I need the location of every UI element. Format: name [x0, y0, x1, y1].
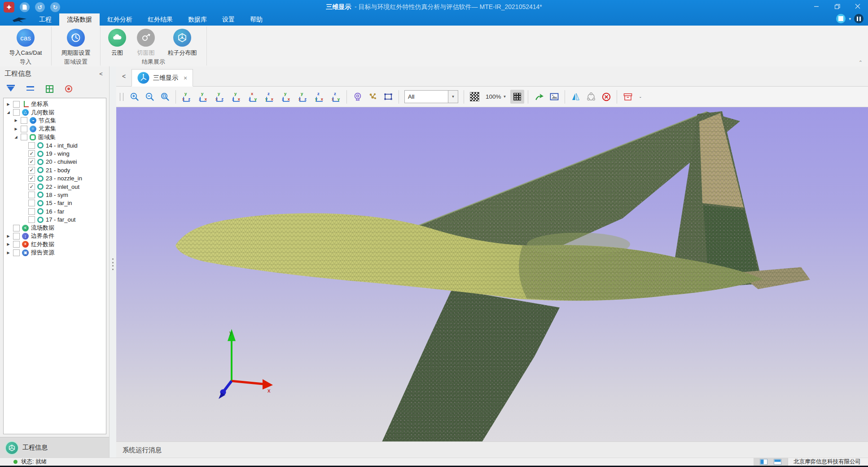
tree-expand-arrow[interactable]: ▶	[6, 242, 11, 246]
tree-expand-arrow[interactable]: ▶	[6, 234, 11, 238]
tree-checkbox[interactable]	[21, 126, 27, 132]
tree-item[interactable]: ◢ 面域集	[4, 133, 106, 141]
clear-view-button[interactable]	[599, 90, 613, 104]
tree-checkbox[interactable]	[13, 109, 20, 116]
tab-close-button[interactable]: ×	[184, 74, 187, 82]
snapshot-button[interactable]	[547, 90, 561, 104]
tree-item[interactable]: 14 - int_fluid	[4, 141, 106, 149]
tree-expand-arrow[interactable]: ▶	[13, 127, 18, 131]
layout-left-panel-button[interactable]	[760, 459, 767, 465]
cloud-map-button[interactable]: 云图	[103, 26, 131, 58]
tree-item[interactable]: ▶ 节点集	[4, 117, 106, 125]
import-cas-dat-button[interactable]: cas 导入Cas/Dat	[3, 26, 48, 58]
view-orientation-button[interactable]: yxz	[296, 90, 310, 104]
locate-button[interactable]	[64, 84, 74, 94]
tree-item[interactable]: ▶ 坐标系	[4, 100, 106, 108]
smooth-shade-button[interactable]	[584, 90, 598, 104]
view-orientation-button[interactable]: zyx	[312, 90, 326, 104]
tree-item[interactable]: ▶ 红外数据	[4, 240, 106, 249]
panel-collapse-button[interactable]: <	[96, 70, 105, 77]
view-orientation-button[interactable]: zyx	[263, 90, 276, 104]
tree-item[interactable]: 22 - inlet_out	[4, 183, 106, 191]
view-orientation-button[interactable]: yxz	[180, 90, 193, 104]
tree-item[interactable]: 21 - body	[4, 166, 106, 174]
tree-item[interactable]: 15 - far_in	[4, 199, 106, 207]
toolbar-drag-handle[interactable]	[120, 93, 123, 101]
grid-view-button[interactable]	[44, 84, 54, 94]
restore-button[interactable]	[827, 0, 847, 13]
tree-expand-arrow[interactable]: ▶	[6, 251, 11, 255]
tree-checkbox[interactable]	[28, 208, 35, 215]
tree-checkbox[interactable]	[21, 117, 27, 124]
outline-list-button[interactable]	[25, 84, 35, 94]
tree-item[interactable]: 23 - nozzle_in	[4, 175, 106, 183]
menu-item-liuchangshuju[interactable]: 流场数据	[59, 13, 100, 26]
ribbon-collapse-button[interactable]: ⌃	[859, 60, 863, 65]
menu-item-gongcheng[interactable]: 工程	[31, 13, 59, 26]
view-orientation-button[interactable]: yxz	[213, 90, 227, 104]
background-checker-button[interactable]	[468, 90, 482, 104]
dropdown-caret-icon[interactable]: ▾	[849, 17, 851, 21]
particle-trace-button[interactable]	[366, 90, 380, 104]
tab-scroll-left-button[interactable]: <	[116, 66, 132, 86]
periodic-face-button[interactable]: 周期面设置	[54, 26, 97, 58]
tab-3d-display[interactable]: 三维显示 ×	[132, 69, 193, 87]
zoom-in-button[interactable]	[127, 90, 141, 104]
view-orientation-button[interactable]: zxy	[329, 90, 343, 104]
tree-item[interactable]: 20 - chuiwei	[4, 158, 106, 166]
tree-checkbox[interactable]	[28, 142, 35, 149]
tree-item[interactable]: 19 - wing	[4, 149, 106, 157]
tree-checkbox[interactable]	[28, 183, 35, 190]
style-switch-button[interactable]	[836, 14, 846, 23]
menu-item-hongwaijieguo[interactable]: 红外结果	[140, 13, 180, 26]
tree-expand-arrow[interactable]: ◢	[13, 135, 18, 139]
projection-camera-button[interactable]	[351, 90, 364, 104]
view-orientation-button[interactable]: xzy	[246, 90, 260, 104]
tree-checkbox[interactable]	[13, 225, 20, 231]
tree-checkbox[interactable]	[13, 249, 20, 256]
tree-checkbox[interactable]	[13, 101, 20, 108]
viewport-3d-canvas[interactable]: y x	[116, 107, 868, 442]
tree-expand-arrow[interactable]: ▶	[6, 102, 11, 106]
view-orientation-button[interactable]: yzx	[229, 90, 243, 104]
tree-expand-arrow[interactable]: ▶	[13, 118, 18, 122]
tree-item[interactable]: 18 - sym	[4, 191, 106, 199]
tree-checkbox[interactable]	[13, 233, 20, 240]
tree-checkbox[interactable]	[28, 200, 35, 206]
tree-checkbox[interactable]	[28, 216, 35, 223]
menu-item-shezhi[interactable]: 设置	[215, 13, 242, 26]
view-orientation-button[interactable]: yzx	[196, 90, 210, 104]
tree-item[interactable]: 流场数据	[4, 224, 106, 232]
zoom-level-dropdown[interactable]: 100% ▼	[483, 93, 509, 100]
tree-checkbox[interactable]	[28, 167, 35, 174]
combobox-dropdown-button[interactable]: ▼	[448, 91, 458, 103]
tree-checkbox[interactable]	[21, 134, 27, 140]
tree-item[interactable]: ◢ 几何数据	[4, 108, 106, 116]
share-forward-button[interactable]	[532, 90, 546, 104]
box-select-button[interactable]	[381, 90, 395, 104]
tree-checkbox[interactable]	[13, 241, 20, 248]
particle-map-button[interactable]: 粒子分布图	[161, 26, 204, 58]
view-orientation-button[interactable]: yzx	[279, 90, 293, 104]
menu-item-hongwaifenxi[interactable]: 红外分析	[100, 13, 140, 26]
close-button[interactable]	[847, 0, 868, 13]
theme-button[interactable]	[854, 14, 864, 23]
layout-top-panel-button[interactable]	[774, 459, 781, 465]
tree-checkbox[interactable]	[28, 175, 35, 182]
tree-checkbox[interactable]	[28, 192, 35, 198]
zoom-fit-button[interactable]	[158, 90, 172, 104]
menu-item-shujuku[interactable]: 数据库	[180, 13, 215, 26]
tree-item[interactable]: 16 - far	[4, 207, 106, 215]
mesh-toggle-button[interactable]	[510, 90, 524, 104]
mirror-button[interactable]	[569, 90, 583, 104]
export-archive-button[interactable]	[621, 90, 635, 104]
minimize-button[interactable]	[806, 0, 827, 13]
zoom-out-button[interactable]	[143, 90, 157, 104]
menu-item-bangzhu[interactable]: 帮助	[242, 13, 270, 26]
slice-map-button[interactable]: 切面图	[131, 26, 161, 58]
tree-item[interactable]: ▶ 元素集	[4, 125, 106, 133]
export-dropdown-button[interactable]: ⌄	[636, 95, 644, 99]
tree-checkbox[interactable]	[28, 150, 35, 157]
display-filter-combobox[interactable]: All ▼	[404, 90, 458, 103]
filter-button[interactable]	[6, 84, 16, 94]
